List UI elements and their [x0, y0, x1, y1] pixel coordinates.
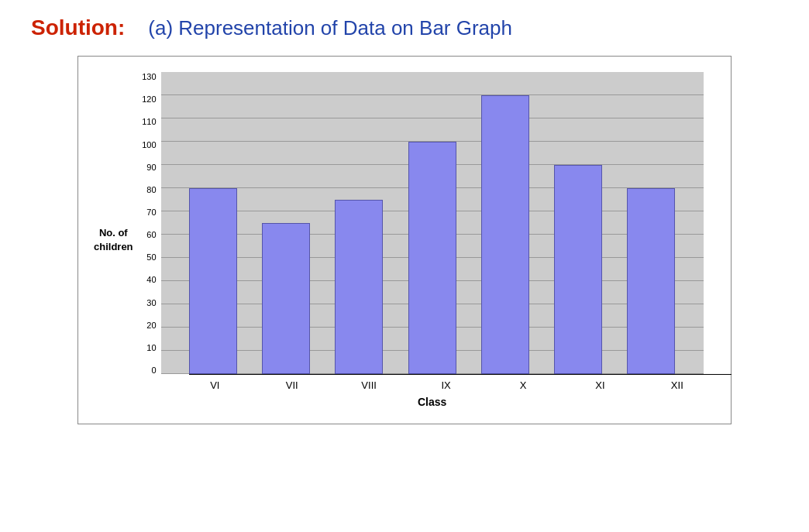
x-label-xii: XII — [653, 379, 701, 391]
bar-vi — [189, 188, 237, 374]
chart-inner: 0102030405060708090100110120130 VIVIIVII… — [133, 72, 732, 408]
y-tick-110: 110 — [142, 118, 156, 126]
bar-ix — [408, 142, 456, 374]
x-label-vi: VI — [191, 379, 239, 391]
chart-area: No. of children 010203040506070809010011… — [94, 72, 707, 408]
x-label-viii: VIII — [345, 379, 393, 391]
y-tick-0: 0 — [151, 366, 156, 375]
y-tick-60: 60 — [146, 231, 156, 239]
y-tick-40: 40 — [146, 276, 156, 284]
y-tick-10: 10 — [146, 344, 156, 352]
solution-label: Solution: — [31, 15, 125, 40]
header: Solution: (a) Representation of Data on … — [31, 15, 778, 40]
y-tick-20: 20 — [146, 321, 156, 330]
plot-area: 0102030405060708090100110120130 — [133, 72, 732, 375]
y-tick-120: 120 — [142, 95, 156, 104]
y-tick-30: 30 — [146, 299, 156, 307]
y-tick-50: 50 — [146, 253, 156, 262]
y-tick-130: 130 — [142, 73, 156, 81]
axis-bottom-line — [189, 374, 732, 375]
x-axis-title: Class — [133, 396, 732, 408]
x-label-xi: XI — [576, 379, 624, 391]
bar-vii — [262, 223, 310, 374]
y-tick-70: 70 — [146, 208, 156, 217]
chart-title: (a) Representation of Data on Bar Graph — [148, 16, 512, 40]
graph-box — [161, 72, 704, 374]
chart-container: No. of children 010203040506070809010011… — [77, 56, 732, 424]
y-axis-label: No. of children — [94, 72, 133, 408]
y-tick-80: 80 — [146, 186, 156, 194]
bar-xii — [627, 188, 675, 374]
y-axis-ticks: 0102030405060708090100110120130 — [133, 73, 161, 375]
x-label-x: X — [499, 379, 547, 391]
x-label-ix: IX — [422, 379, 470, 391]
y-tick-90: 90 — [146, 163, 156, 172]
bar-viii — [335, 200, 383, 374]
x-label-vii: VII — [268, 379, 316, 391]
x-axis-labels: VIVIIVIIIIXXXIXII — [133, 375, 732, 391]
y-tick-100: 100 — [142, 141, 156, 149]
bar-xi — [554, 165, 602, 374]
bar-x — [481, 95, 529, 374]
page: Solution: (a) Representation of Data on … — [0, 0, 809, 532]
